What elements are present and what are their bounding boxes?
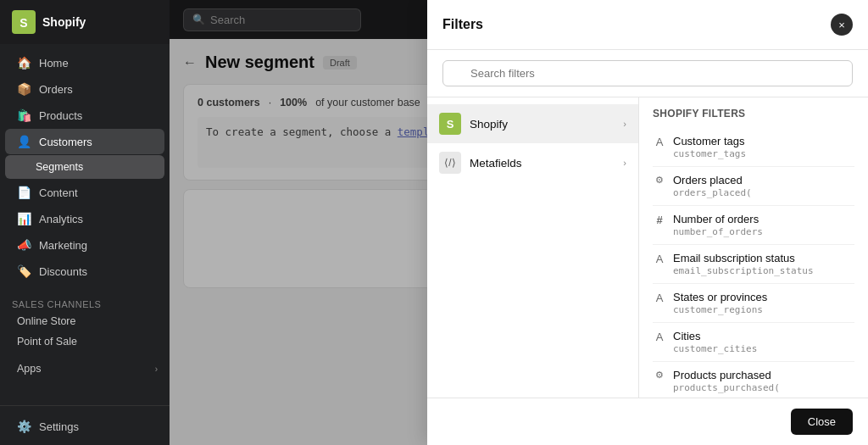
settings-icon: ⚙️	[17, 420, 31, 433]
sidebar-item-label: Analytics	[39, 213, 83, 225]
orders-icon: 📦	[17, 82, 31, 96]
sidebar-item-apps[interactable]: Apps ›	[0, 359, 170, 379]
filter-name: Cities	[673, 330, 854, 342]
sidebar-item-orders[interactable]: 📦 Orders	[5, 76, 164, 102]
sidebar-header: S Shopify	[0, 0, 170, 44]
filter-code: email_subscription_status	[673, 265, 854, 276]
filter-item-email-subscription[interactable]: A Email subscription status email_subscr…	[653, 245, 854, 284]
marketing-icon: 📣	[17, 238, 31, 252]
cities-icon: A	[653, 331, 666, 343]
filter-name: Products purchased	[673, 369, 854, 381]
filters-footer: Close	[427, 398, 868, 445]
shopify-label: Shopify	[470, 118, 508, 131]
app-name: Shopify	[42, 15, 86, 29]
filter-name: States or provinces	[673, 291, 854, 303]
sales-channels-label: Sales channels	[0, 292, 170, 311]
filter-code: products_purchased(	[673, 382, 854, 393]
content-icon: 📄	[17, 186, 31, 199]
filters-title: Filters	[442, 17, 483, 32]
filter-code: customer_cities	[673, 343, 854, 354]
expand-icon: ›	[155, 364, 158, 374]
sidebar-item-segments[interactable]: Segments	[5, 155, 164, 179]
filter-item-number-of-orders[interactable]: # Number of orders number_of_orders	[653, 206, 854, 245]
sidebar-item-settings[interactable]: ⚙️ Settings	[5, 414, 164, 439]
customers-icon: 👤	[17, 135, 31, 148]
filters-header: Filters ×	[427, 0, 868, 50]
metafields-label: Metafields	[470, 157, 522, 170]
point-of-sale-label: Point of Sale	[17, 336, 77, 348]
products-icon: 🛍️	[17, 108, 31, 122]
sidebar-item-label: Segments	[36, 161, 83, 173]
products-purchased-icon: ⚙	[653, 370, 666, 381]
chevron-right-icon: ›	[623, 158, 626, 168]
search-filters-input[interactable]	[442, 60, 853, 86]
email-subscription-icon: A	[653, 253, 666, 265]
close-footer-button[interactable]: Close	[791, 409, 853, 435]
sidebar-item-point-of-sale[interactable]: Point of Sale	[0, 331, 170, 352]
sidebar-item-label: Customers	[39, 136, 92, 148]
customer-tags-icon: A	[653, 136, 666, 148]
sidebar-item-label: Discounts	[39, 265, 87, 278]
filter-name: Number of orders	[673, 213, 854, 225]
filter-item-products-purchased[interactable]: ⚙ Products purchased products_purchased(	[653, 362, 854, 398]
metafields-category-icon: ⟨/⟩	[439, 152, 461, 174]
shopify-filters-title: Shopify Filters	[653, 108, 854, 120]
online-store-label: Online Store	[17, 315, 75, 327]
search-filters-bar: 🔍	[427, 50, 868, 97]
sidebar-item-label: Content	[39, 186, 78, 199]
filter-code: orders_placed(	[673, 187, 854, 198]
shopify-category-icon: S	[439, 113, 461, 135]
sidebar-nav: 🏠 Home 📦 Orders 🛍️ Products 👤 Customers …	[0, 44, 170, 405]
sidebar-item-discounts[interactable]: 🏷️ Discounts	[5, 259, 164, 284]
filter-item-orders-placed[interactable]: ⚙ Orders placed orders_placed(	[653, 167, 854, 206]
sidebar-item-home[interactable]: 🏠 Home	[5, 50, 164, 75]
filters-body: S Shopify › ⟨/⟩ Metafields › Shopify Fil…	[427, 97, 868, 398]
orders-placed-icon: ⚙	[653, 175, 666, 186]
sidebar-item-label: Orders	[39, 83, 73, 96]
sidebar-item-label: Marketing	[39, 239, 87, 252]
filter-code: customer_tags	[673, 148, 854, 159]
search-filters-wrap: 🔍	[442, 60, 853, 86]
filters-panel: Filters × 🔍 S Shopify ›	[427, 0, 868, 445]
sidebar: S Shopify 🏠 Home 📦 Orders 🛍️ Products 👤 …	[0, 0, 170, 445]
discounts-icon: 🏷️	[17, 264, 31, 278]
analytics-icon: 📊	[17, 212, 31, 225]
sidebar-item-label: Home	[39, 57, 69, 70]
settings-label: Settings	[39, 420, 79, 433]
svg-text:S: S	[19, 16, 27, 30]
filter-code: number_of_orders	[673, 226, 854, 237]
filter-item-states-provinces[interactable]: A States or provinces customer_regions	[653, 284, 854, 323]
filter-category-shopify[interactable]: S Shopify ›	[427, 104, 638, 143]
chevron-right-icon: ›	[623, 119, 626, 129]
sidebar-item-products[interactable]: 🛍️ Products	[5, 103, 164, 128]
filter-category-metafields[interactable]: ⟨/⟩ Metafields ›	[427, 143, 638, 182]
filter-name: Customer tags	[673, 135, 854, 147]
close-icon: ×	[838, 19, 845, 31]
filter-item-cities[interactable]: A Cities customer_cities	[653, 323, 854, 362]
close-button-top[interactable]: ×	[831, 14, 853, 36]
filters-categories: S Shopify › ⟨/⟩ Metafields ›	[427, 97, 639, 398]
filter-name: Orders placed	[673, 174, 854, 186]
states-provinces-icon: A	[653, 292, 666, 304]
apps-label: Apps	[17, 363, 42, 375]
sidebar-item-content[interactable]: 📄 Content	[5, 180, 164, 205]
sidebar-item-label: Products	[39, 109, 82, 122]
main-content: 🔍 Search ← New segment Draft 0 customers…	[170, 0, 868, 445]
filter-code: customer_regions	[673, 304, 854, 315]
filter-name: Email subscription status	[673, 252, 854, 264]
sidebar-item-analytics[interactable]: 📊 Analytics	[5, 206, 164, 231]
sidebar-footer: ⚙️ Settings	[0, 405, 170, 445]
sidebar-item-marketing[interactable]: 📣 Marketing	[5, 232, 164, 258]
number-of-orders-icon: #	[653, 214, 666, 226]
sidebar-item-online-store[interactable]: Online Store	[0, 311, 170, 331]
filter-item-customer-tags[interactable]: A Customer tags customer_tags	[653, 128, 854, 167]
sidebar-item-customers[interactable]: 👤 Customers	[5, 129, 164, 154]
shopify-logo-icon: S	[12, 10, 36, 34]
filters-right: Shopify Filters A Customer tags customer…	[639, 97, 868, 398]
home-icon: 🏠	[17, 56, 31, 70]
